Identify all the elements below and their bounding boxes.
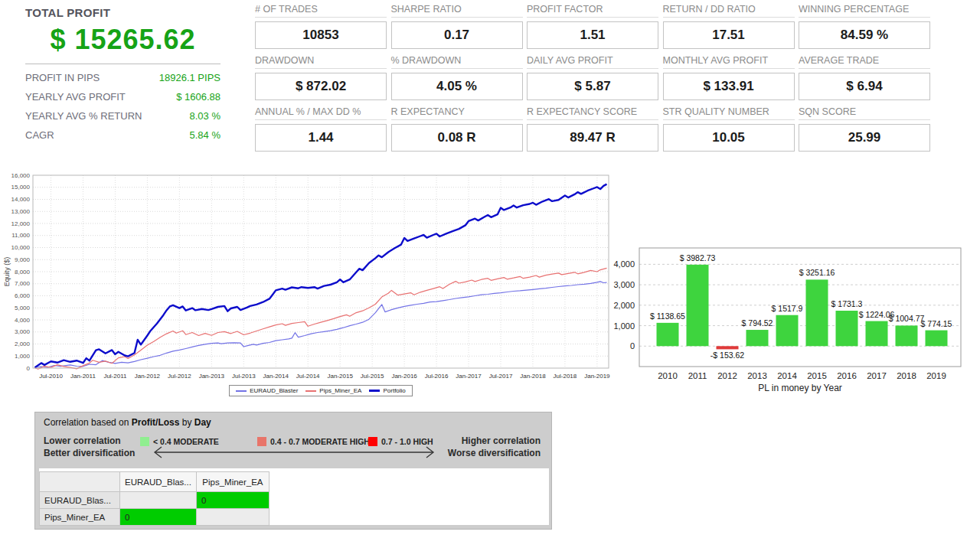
svg-text:Jan-2018: Jan-2018 xyxy=(520,373,546,380)
correlation-title: Correlation based on Profit/Loss by Day xyxy=(44,417,211,428)
bar-value-label: $ 774.15 xyxy=(921,319,952,328)
stat-value-box: $ 5.87 xyxy=(527,73,658,100)
equity-chart: 01,0002,0003,0004,0005,0006,0007,0008,00… xyxy=(0,168,620,402)
svg-text:Jan-2016: Jan-2016 xyxy=(391,373,417,380)
legend-line-swatch xyxy=(305,390,316,392)
pl-by-year-svg: 01,0002,0003,0004,000$ 1138.65$ 3982.73-… xyxy=(612,243,969,396)
stat-label: MONTHLY AVG PROFIT xyxy=(663,55,795,69)
bar-2012 xyxy=(717,346,739,349)
bar-2010 xyxy=(657,323,679,346)
svg-text:6,000: 6,000 xyxy=(15,292,31,299)
correlation-legend-swatch xyxy=(257,437,266,446)
svg-text:Jul-2011: Jul-2011 xyxy=(103,373,127,380)
equity-legend-item: EURAUD_Blaster xyxy=(236,387,298,394)
equity-x-tick-labels: Jul-2010Jan-2011Jul-2011Jan-2012Jul-2012… xyxy=(39,373,610,380)
corr-value-cell: 0 xyxy=(196,492,269,509)
stat-cell: ANNUAL % / MAX DD %1.44 xyxy=(255,106,387,152)
stat-value-box: 10853 xyxy=(255,21,387,49)
svg-text:13,000: 13,000 xyxy=(11,208,31,215)
stat-label: % DRAWDOWN xyxy=(391,55,523,69)
equity-chart-svg: 01,0002,0003,0004,0005,0006,0007,0008,00… xyxy=(0,168,620,402)
stat-value-box: 4.05 % xyxy=(391,73,523,100)
stat-value-box: 1.51 xyxy=(527,21,658,49)
stat-label: R EXPECTANCY xyxy=(391,106,523,120)
svg-text:0: 0 xyxy=(27,365,31,372)
correlation-legend-item: < 0.4 MODERATE xyxy=(140,437,219,446)
stat-cell: DRAWDOWN$ 872.02 xyxy=(255,55,387,100)
svg-text:Jul-2010: Jul-2010 xyxy=(39,373,63,380)
svg-text:Jul-2012: Jul-2012 xyxy=(168,373,191,380)
stat-value-box: 0.08 R xyxy=(391,124,523,152)
bar-value-label: -$ 153.62 xyxy=(710,350,745,360)
stat-cell: SQN SCORE25.99 xyxy=(799,106,930,152)
stat-label: ANNUAL % / MAX DD % xyxy=(255,106,387,120)
svg-text:0: 0 xyxy=(630,341,635,350)
summary-row: PROFIT IN PIPS18926.1 PIPS xyxy=(25,73,220,83)
equity-y-axis-title: Equity ($) xyxy=(3,257,11,287)
stat-label: # OF TRADES xyxy=(255,4,387,18)
corr-value-cell: 0 xyxy=(120,509,197,526)
stat-value-box: 89.47 R xyxy=(527,124,658,152)
correlation-panel: Correlation based on Profit/Loss by Day … xyxy=(34,412,552,530)
svg-text:Jan-2015: Jan-2015 xyxy=(327,373,353,380)
stat-value-box: 25.99 xyxy=(799,124,930,152)
corr-header-row: EURAUD_Blas...Pips_Miner_EA xyxy=(40,472,270,492)
stat-label: SQN SCORE xyxy=(799,106,930,120)
svg-text:Jul-2016: Jul-2016 xyxy=(425,373,449,380)
svg-text:7,000: 7,000 xyxy=(15,280,31,287)
bar-value-label: $ 1138.65 xyxy=(650,311,685,321)
stat-value-box: $ 6.94 xyxy=(799,73,930,100)
equity-legend-item: Portfolio xyxy=(369,387,405,394)
svg-text:2012: 2012 xyxy=(717,371,737,380)
svg-text:Jan-2013: Jan-2013 xyxy=(199,373,225,380)
total-profit-panel: TOTAL PROFIT $ 15265.62 PROFIT IN PIPS18… xyxy=(25,6,220,141)
svg-text:2014: 2014 xyxy=(777,371,797,380)
svg-text:1,000: 1,000 xyxy=(15,353,31,360)
svg-text:2,000: 2,000 xyxy=(613,301,635,310)
total-profit-value: $ 15265.62 xyxy=(25,24,220,56)
bar-2013 xyxy=(746,330,769,346)
svg-text:2015: 2015 xyxy=(807,371,827,380)
svg-text:Jan-2019: Jan-2019 xyxy=(584,373,610,380)
bar-value-label: $ 794.52 xyxy=(742,318,773,328)
summary-row-value: $ 1606.88 xyxy=(176,92,220,103)
summary-rows: PROFIT IN PIPS18926.1 PIPSYEARLY AVG PRO… xyxy=(25,73,220,141)
svg-text:2013: 2013 xyxy=(747,371,767,380)
equity-legend-box: EURAUD_BlasterPips_Miner_EAPortfolio xyxy=(229,385,413,396)
bar-2014 xyxy=(776,315,799,347)
portfolio-report-page: TOTAL PROFIT $ 15265.62 PROFIT IN PIPS18… xyxy=(0,0,980,551)
legend-series-name: EURAUD_Blaster xyxy=(250,387,298,394)
summary-row-value: 8.03 % xyxy=(190,111,220,122)
svg-text:Jan-2017: Jan-2017 xyxy=(456,373,482,380)
svg-text:4,000: 4,000 xyxy=(613,259,635,269)
legend-line-swatch xyxy=(236,390,247,392)
stat-cell: # OF TRADES10853 xyxy=(255,4,387,49)
stat-label: DRAWDOWN xyxy=(255,55,387,69)
correlation-title-bold: Profit/Loss xyxy=(132,417,180,428)
bar-2019 xyxy=(926,331,948,347)
svg-text:Jul-2015: Jul-2015 xyxy=(361,373,384,380)
svg-text:Jan-2014: Jan-2014 xyxy=(263,373,289,380)
bar-value-label: $ 1004.77 xyxy=(889,314,925,323)
equity-legend-item: Pips_Miner_EA xyxy=(305,387,361,394)
bar-value-label: $ 1731.3 xyxy=(831,299,863,308)
corr-data-row: EURAUD_Blas...0 xyxy=(40,492,270,509)
summary-row-label: YEARLY AVG % RETURN xyxy=(25,111,142,122)
stat-cell: WINNING PERCENTAGE84.59 % xyxy=(799,4,930,49)
stat-cell: MONTHLY AVG PROFIT$ 133.91 xyxy=(663,55,795,100)
bar-2016 xyxy=(836,311,858,346)
svg-text:3,000: 3,000 xyxy=(15,328,31,335)
corr-col-header: EURAUD_Blas... xyxy=(120,472,197,492)
svg-text:15,000: 15,000 xyxy=(11,184,31,191)
stat-label: DAILY AVG PROFIT xyxy=(527,55,658,69)
svg-text:Jul-2018: Jul-2018 xyxy=(554,373,577,380)
stat-cell: RETURN / DD RATIO17.51 xyxy=(663,4,795,49)
svg-text:Jan-2012: Jan-2012 xyxy=(135,373,161,380)
total-profit-title: TOTAL PROFIT xyxy=(25,6,220,19)
svg-text:2010: 2010 xyxy=(658,371,678,380)
svg-text:9,000: 9,000 xyxy=(15,256,31,263)
bar-2018 xyxy=(896,325,918,346)
corr-data-row: Pips_Miner_EA0 xyxy=(40,509,270,526)
stat-value-box: $ 133.91 xyxy=(663,73,795,100)
summary-row-label: YEARLY AVG PROFIT xyxy=(25,92,126,103)
